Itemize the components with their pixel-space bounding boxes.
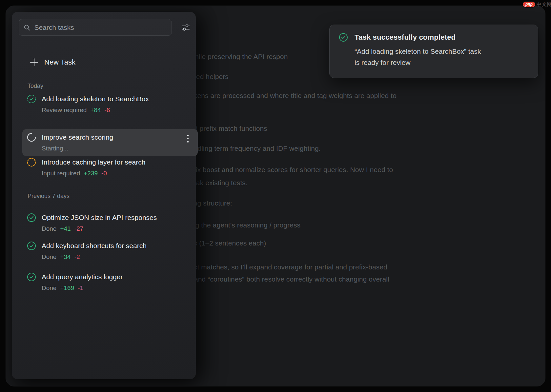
- php-watermark: php 中文网: [523, 1, 551, 8]
- bg-text-line: while preserving the API respon: [190, 53, 288, 61]
- bg-text-line: ting structure:: [190, 199, 232, 207]
- section-header-previous-7-days: Previous 7 days: [28, 193, 70, 200]
- task-row-introduce-caching-layer[interactable]: Introduce caching layer for search Input…: [27, 158, 191, 177]
- bg-text-line: reak existing tests.: [190, 179, 248, 187]
- task-menu-button[interactable]: [185, 133, 191, 147]
- deletions-count: -6: [105, 107, 110, 114]
- deletions-count: -27: [74, 225, 83, 232]
- toast-body-line2: is ready for review: [355, 57, 529, 68]
- toast-body-line1: “Add loading skeleton to SearchBox” task: [355, 46, 529, 57]
- check-dashed-circle-icon: [27, 94, 36, 104]
- php-logo: php: [523, 2, 535, 7]
- task-status: Done: [42, 225, 56, 232]
- additions-count: +239: [84, 170, 98, 177]
- check-circle-icon: [27, 272, 36, 282]
- search-icon: [24, 24, 30, 31]
- task-status: Done: [42, 284, 56, 292]
- bg-text-line: act matches, so I’ll expand coverage for…: [190, 263, 387, 271]
- kebab-dot: [187, 141, 189, 143]
- task-status: Starting...: [42, 145, 68, 152]
- spinner-icon: [27, 133, 36, 142]
- task-row-add-keyboard-shortcuts[interactable]: Add keyboard shortcuts for search Done +…: [27, 241, 191, 261]
- app-window: while preserving the API respon ored hel…: [6, 6, 545, 386]
- task-row-optimize-json-size[interactable]: Optimize JSON size in API responses Done…: [27, 213, 191, 232]
- additions-count: +169: [60, 284, 74, 292]
- task-status: Done: [42, 253, 56, 261]
- task-row-add-loading-skeleton[interactable]: Add loading skeleton to SearchBox Review…: [27, 94, 191, 114]
- deletions-count: -0: [101, 170, 107, 177]
- section-header-today: Today: [28, 83, 43, 89]
- new-task-button[interactable]: New Task: [30, 58, 75, 67]
- sliders-icon: [181, 23, 190, 32]
- check-circle-icon: [27, 213, 36, 222]
- pending-dashed-circle-icon: [27, 158, 36, 167]
- kebab-dot: [187, 135, 189, 136]
- bg-text-line: efix boost and normalize scores for shor…: [190, 166, 393, 174]
- screen: php 中文网 while preserving the API respon …: [0, 0, 551, 392]
- bg-text-line: andling term frequency and IDF weighting…: [190, 145, 321, 152]
- deletions-count: -2: [74, 253, 80, 261]
- bg-text-line: ing the agent’s reasoning / progress: [190, 221, 300, 229]
- task-sidebar: New Task Today Add loading skeleton to S…: [12, 12, 196, 379]
- task-title: Add keyboard shortcuts for search: [42, 242, 147, 250]
- filter-button[interactable]: [181, 23, 190, 32]
- task-status: Input required: [42, 170, 80, 177]
- deletions-count: -1: [78, 284, 83, 292]
- toast-task-completed[interactable]: Task successfully completed “Add loading…: [329, 25, 538, 78]
- new-task-label: New Task: [44, 58, 75, 67]
- plus-icon: [30, 58, 39, 67]
- kebab-dot: [187, 138, 189, 140]
- check-circle-icon: [27, 241, 36, 250]
- task-row-improve-search-scoring[interactable]: Improve search scoring Starting...: [22, 129, 198, 156]
- search-box[interactable]: [19, 19, 172, 36]
- task-row-add-query-analytics[interactable]: Add query analytics logger Done +169 -1: [27, 272, 191, 292]
- bg-text-line: okens are processed and where title and …: [190, 92, 397, 100]
- bg-text-line: es (1–2 sentences each): [190, 239, 266, 247]
- bg-text-line: ” and “coroutines” both resolve correctl…: [190, 275, 389, 283]
- bg-text-line: nd prefix match functions: [190, 125, 267, 132]
- success-check-circle-icon: [339, 33, 348, 42]
- task-status: Review required: [42, 107, 87, 114]
- toast-title: Task successfully completed: [355, 33, 456, 42]
- task-title: Introduce caching layer for search: [42, 158, 145, 166]
- task-title: Add query analytics logger: [42, 273, 123, 281]
- task-title: Add loading skeleton to SearchBox: [42, 95, 149, 103]
- task-title: Optimize JSON size in API responses: [42, 214, 157, 222]
- task-title: Improve search scoring: [42, 133, 113, 141]
- additions-count: +34: [60, 253, 71, 261]
- additions-count: +41: [60, 225, 71, 232]
- toast-body: “Add loading skeleton to SearchBox” task…: [355, 46, 529, 68]
- php-watermark-suffix: 中文网: [537, 1, 551, 8]
- additions-count: +84: [90, 107, 101, 114]
- search-input[interactable]: [34, 24, 167, 31]
